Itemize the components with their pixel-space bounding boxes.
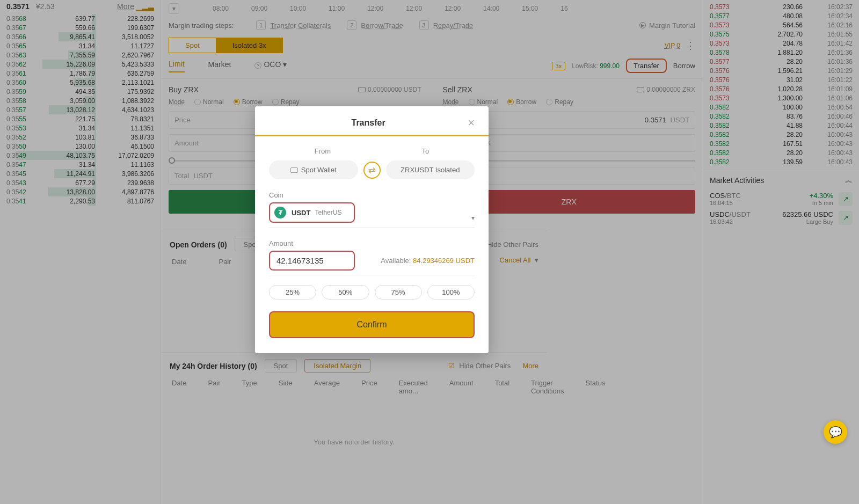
pct-75%[interactable]: 75% bbox=[375, 285, 422, 300]
pct-50%[interactable]: 50% bbox=[322, 285, 369, 300]
amount-label: Amount bbox=[269, 239, 475, 247]
transfer-modal: Transfer × From To Spot Wallet ⇄ ZRXUSDT… bbox=[255, 106, 489, 353]
coin-select[interactable]: ₮ USDT TetherUS bbox=[269, 202, 355, 223]
to-label: To bbox=[422, 147, 430, 155]
pct-100%[interactable]: 100% bbox=[427, 285, 475, 300]
chevron-down-icon[interactable]: ▾ bbox=[471, 214, 475, 222]
confirm-button[interactable]: Confirm bbox=[269, 311, 475, 338]
amount-input[interactable]: 42.14673135 bbox=[269, 251, 355, 271]
usdt-icon: ₮ bbox=[274, 207, 286, 218]
available-balance: Available: 84.29346269 USDT bbox=[381, 257, 475, 265]
swap-icon[interactable]: ⇄ bbox=[363, 162, 381, 179]
from-label: From bbox=[315, 147, 331, 155]
modal-title: Transfer bbox=[269, 118, 468, 128]
close-icon[interactable]: × bbox=[468, 119, 475, 127]
from-wallet[interactable]: Spot Wallet bbox=[269, 160, 358, 179]
to-wallet[interactable]: ZRXUSDT Isolated bbox=[386, 160, 475, 179]
coin-label: Coin bbox=[269, 191, 475, 199]
pct-25%[interactable]: 25% bbox=[269, 285, 316, 300]
chat-icon[interactable]: 💬 bbox=[824, 420, 847, 444]
